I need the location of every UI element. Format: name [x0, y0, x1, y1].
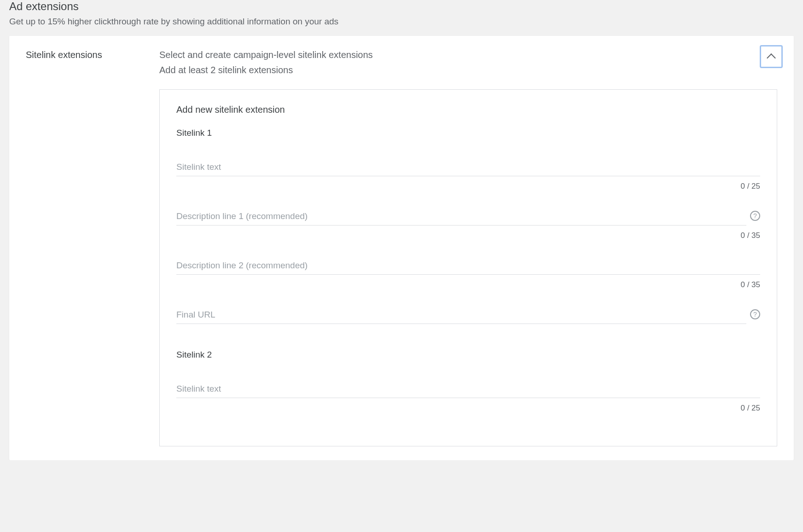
sitelink-block-1: Sitelink 1 0 / 25 ? — [176, 128, 760, 324]
form-box-title: Add new sitelink extension — [176, 104, 760, 115]
sitelink-1-desc1-counter: 0 / 35 — [176, 231, 760, 240]
chevron-up-icon — [767, 53, 776, 63]
page-title: Ad extensions — [9, 0, 794, 13]
collapse-button[interactable] — [760, 45, 783, 68]
sitelink-2-title: Sitelink 2 — [176, 350, 760, 360]
sitelink-1-desc2-counter: 0 / 35 — [176, 280, 760, 289]
section-heading: Select and create campaign-level sitelin… — [159, 50, 777, 60]
sitelink-form-box: Add new sitelink extension Sitelink 1 0 … — [159, 89, 777, 446]
sitelink-block-2: Sitelink 2 0 / 25 — [176, 350, 760, 413]
sitelink-2-text-counter: 0 / 25 — [176, 404, 760, 413]
section-content-column: Select and create campaign-level sitelin… — [159, 50, 777, 446]
sitelink-1-text-counter: 0 / 25 — [176, 182, 760, 191]
sitelink-2-text-input[interactable] — [176, 382, 760, 398]
page-header: Ad extensions Get up to 15% higher click… — [0, 0, 803, 36]
description-1-field-wrapper: ? 0 / 35 — [176, 209, 760, 240]
sitelink-extensions-card: Sitelink extensions Select and create ca… — [9, 36, 794, 460]
sitelink-1-final-url-input[interactable] — [176, 308, 746, 324]
section-label-column: Sitelink extensions — [26, 50, 141, 446]
sitelink-1-text-input[interactable] — [176, 160, 760, 176]
final-url-field-wrapper: ? — [176, 308, 760, 324]
sitelink-2-text-field-wrapper: 0 / 25 — [176, 382, 760, 413]
sitelink-1-title: Sitelink 1 — [176, 128, 760, 138]
help-icon[interactable]: ? — [750, 309, 760, 319]
section-subheading: Add at least 2 sitelink extensions — [159, 65, 777, 75]
page-subtitle: Get up to 15% higher clickthrough rate b… — [9, 17, 794, 27]
help-icon[interactable]: ? — [750, 211, 760, 221]
card-layout: Sitelink extensions Select and create ca… — [26, 50, 777, 446]
section-label: Sitelink extensions — [26, 50, 141, 60]
sitelink-text-field-wrapper: 0 / 25 — [176, 160, 760, 191]
description-2-field-wrapper: 0 / 35 — [176, 259, 760, 289]
sitelink-1-desc1-input[interactable] — [176, 209, 746, 226]
sitelink-1-desc2-input[interactable] — [176, 259, 760, 275]
